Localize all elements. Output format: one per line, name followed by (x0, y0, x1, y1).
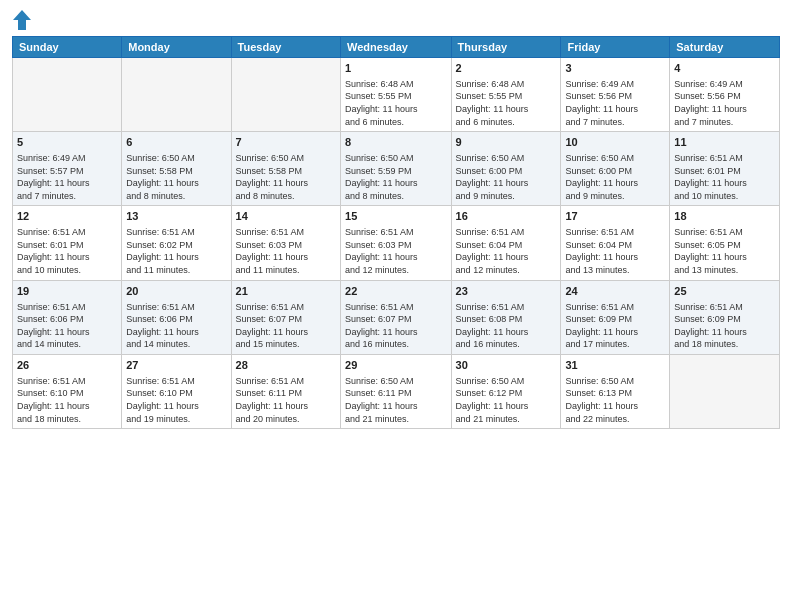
day-number: 31 (565, 358, 665, 373)
day-cell (670, 354, 780, 428)
day-cell: 15Sunrise: 6:51 AM Sunset: 6:03 PM Dayli… (341, 206, 452, 280)
day-info: Sunrise: 6:51 AM Sunset: 6:03 PM Dayligh… (236, 226, 336, 276)
day-cell: 29Sunrise: 6:50 AM Sunset: 6:11 PM Dayli… (341, 354, 452, 428)
day-cell: 18Sunrise: 6:51 AM Sunset: 6:05 PM Dayli… (670, 206, 780, 280)
day-number: 4 (674, 61, 775, 76)
day-info: Sunrise: 6:50 AM Sunset: 5:58 PM Dayligh… (236, 152, 336, 202)
day-info: Sunrise: 6:51 AM Sunset: 6:09 PM Dayligh… (674, 301, 775, 351)
day-cell: 21Sunrise: 6:51 AM Sunset: 6:07 PM Dayli… (231, 280, 340, 354)
day-number: 11 (674, 135, 775, 150)
day-cell: 28Sunrise: 6:51 AM Sunset: 6:11 PM Dayli… (231, 354, 340, 428)
day-info: Sunrise: 6:51 AM Sunset: 6:08 PM Dayligh… (456, 301, 557, 351)
day-number: 13 (126, 209, 226, 224)
day-cell (13, 58, 122, 132)
day-info: Sunrise: 6:48 AM Sunset: 5:55 PM Dayligh… (456, 78, 557, 128)
day-info: Sunrise: 6:51 AM Sunset: 6:04 PM Dayligh… (565, 226, 665, 276)
weekday-monday: Monday (122, 37, 231, 58)
day-number: 16 (456, 209, 557, 224)
day-number: 21 (236, 284, 336, 299)
day-info: Sunrise: 6:51 AM Sunset: 6:07 PM Dayligh… (236, 301, 336, 351)
day-cell: 13Sunrise: 6:51 AM Sunset: 6:02 PM Dayli… (122, 206, 231, 280)
weekday-thursday: Thursday (451, 37, 561, 58)
day-cell: 12Sunrise: 6:51 AM Sunset: 6:01 PM Dayli… (13, 206, 122, 280)
day-info: Sunrise: 6:49 AM Sunset: 5:56 PM Dayligh… (674, 78, 775, 128)
day-number: 29 (345, 358, 447, 373)
day-cell: 4Sunrise: 6:49 AM Sunset: 5:56 PM Daylig… (670, 58, 780, 132)
day-cell: 11Sunrise: 6:51 AM Sunset: 6:01 PM Dayli… (670, 132, 780, 206)
page: SundayMondayTuesdayWednesdayThursdayFrid… (0, 0, 792, 612)
day-cell: 1Sunrise: 6:48 AM Sunset: 5:55 PM Daylig… (341, 58, 452, 132)
day-number: 18 (674, 209, 775, 224)
day-info: Sunrise: 6:51 AM Sunset: 6:01 PM Dayligh… (17, 226, 117, 276)
day-info: Sunrise: 6:48 AM Sunset: 5:55 PM Dayligh… (345, 78, 447, 128)
day-info: Sunrise: 6:51 AM Sunset: 6:05 PM Dayligh… (674, 226, 775, 276)
day-info: Sunrise: 6:51 AM Sunset: 6:03 PM Dayligh… (345, 226, 447, 276)
day-info: Sunrise: 6:50 AM Sunset: 6:12 PM Dayligh… (456, 375, 557, 425)
weekday-sunday: Sunday (13, 37, 122, 58)
logo (12, 10, 31, 30)
day-cell: 17Sunrise: 6:51 AM Sunset: 6:04 PM Dayli… (561, 206, 670, 280)
day-cell: 19Sunrise: 6:51 AM Sunset: 6:06 PM Dayli… (13, 280, 122, 354)
day-info: Sunrise: 6:51 AM Sunset: 6:07 PM Dayligh… (345, 301, 447, 351)
day-number: 15 (345, 209, 447, 224)
day-cell: 27Sunrise: 6:51 AM Sunset: 6:10 PM Dayli… (122, 354, 231, 428)
day-info: Sunrise: 6:51 AM Sunset: 6:01 PM Dayligh… (674, 152, 775, 202)
day-number: 7 (236, 135, 336, 150)
day-info: Sunrise: 6:51 AM Sunset: 6:10 PM Dayligh… (17, 375, 117, 425)
day-number: 5 (17, 135, 117, 150)
day-info: Sunrise: 6:51 AM Sunset: 6:06 PM Dayligh… (126, 301, 226, 351)
day-cell: 16Sunrise: 6:51 AM Sunset: 6:04 PM Dayli… (451, 206, 561, 280)
day-info: Sunrise: 6:51 AM Sunset: 6:11 PM Dayligh… (236, 375, 336, 425)
day-cell: 9Sunrise: 6:50 AM Sunset: 6:00 PM Daylig… (451, 132, 561, 206)
day-number: 3 (565, 61, 665, 76)
day-number: 12 (17, 209, 117, 224)
day-info: Sunrise: 6:51 AM Sunset: 6:10 PM Dayligh… (126, 375, 226, 425)
day-number: 1 (345, 61, 447, 76)
day-cell: 23Sunrise: 6:51 AM Sunset: 6:08 PM Dayli… (451, 280, 561, 354)
day-cell: 30Sunrise: 6:50 AM Sunset: 6:12 PM Dayli… (451, 354, 561, 428)
day-cell: 14Sunrise: 6:51 AM Sunset: 6:03 PM Dayli… (231, 206, 340, 280)
day-number: 19 (17, 284, 117, 299)
weekday-header-row: SundayMondayTuesdayWednesdayThursdayFrid… (13, 37, 780, 58)
week-row-1: 5Sunrise: 6:49 AM Sunset: 5:57 PM Daylig… (13, 132, 780, 206)
day-number: 30 (456, 358, 557, 373)
weekday-tuesday: Tuesday (231, 37, 340, 58)
day-number: 17 (565, 209, 665, 224)
day-number: 9 (456, 135, 557, 150)
day-cell: 26Sunrise: 6:51 AM Sunset: 6:10 PM Dayli… (13, 354, 122, 428)
header (12, 10, 780, 30)
day-cell: 25Sunrise: 6:51 AM Sunset: 6:09 PM Dayli… (670, 280, 780, 354)
day-info: Sunrise: 6:50 AM Sunset: 6:13 PM Dayligh… (565, 375, 665, 425)
day-info: Sunrise: 6:51 AM Sunset: 6:02 PM Dayligh… (126, 226, 226, 276)
day-info: Sunrise: 6:49 AM Sunset: 5:57 PM Dayligh… (17, 152, 117, 202)
day-info: Sunrise: 6:50 AM Sunset: 6:00 PM Dayligh… (565, 152, 665, 202)
week-row-3: 19Sunrise: 6:51 AM Sunset: 6:06 PM Dayli… (13, 280, 780, 354)
day-info: Sunrise: 6:51 AM Sunset: 6:04 PM Dayligh… (456, 226, 557, 276)
day-cell (231, 58, 340, 132)
weekday-wednesday: Wednesday (341, 37, 452, 58)
day-number: 28 (236, 358, 336, 373)
day-info: Sunrise: 6:50 AM Sunset: 5:59 PM Dayligh… (345, 152, 447, 202)
day-number: 20 (126, 284, 226, 299)
day-cell: 3Sunrise: 6:49 AM Sunset: 5:56 PM Daylig… (561, 58, 670, 132)
day-number: 10 (565, 135, 665, 150)
day-info: Sunrise: 6:51 AM Sunset: 6:06 PM Dayligh… (17, 301, 117, 351)
weekday-saturday: Saturday (670, 37, 780, 58)
day-cell: 6Sunrise: 6:50 AM Sunset: 5:58 PM Daylig… (122, 132, 231, 206)
day-info: Sunrise: 6:50 AM Sunset: 5:58 PM Dayligh… (126, 152, 226, 202)
day-info: Sunrise: 6:50 AM Sunset: 6:11 PM Dayligh… (345, 375, 447, 425)
day-number: 14 (236, 209, 336, 224)
day-cell: 2Sunrise: 6:48 AM Sunset: 5:55 PM Daylig… (451, 58, 561, 132)
day-number: 8 (345, 135, 447, 150)
day-info: Sunrise: 6:51 AM Sunset: 6:09 PM Dayligh… (565, 301, 665, 351)
day-number: 25 (674, 284, 775, 299)
day-cell (122, 58, 231, 132)
day-cell: 20Sunrise: 6:51 AM Sunset: 6:06 PM Dayli… (122, 280, 231, 354)
day-number: 26 (17, 358, 117, 373)
weekday-friday: Friday (561, 37, 670, 58)
day-number: 23 (456, 284, 557, 299)
day-number: 22 (345, 284, 447, 299)
day-cell: 24Sunrise: 6:51 AM Sunset: 6:09 PM Dayli… (561, 280, 670, 354)
day-number: 27 (126, 358, 226, 373)
week-row-2: 12Sunrise: 6:51 AM Sunset: 6:01 PM Dayli… (13, 206, 780, 280)
